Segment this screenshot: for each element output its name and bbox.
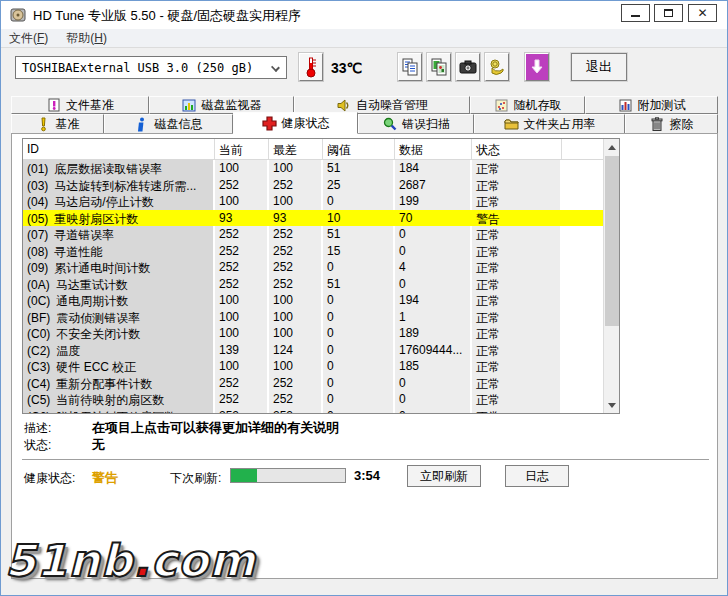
temperature-value: 33℃ [331,60,362,76]
screenshot-button[interactable] [456,53,480,81]
toolbar: TOSHIBAExternal USB 3.0 (250 gB) 33℃ [1,48,727,93]
tab-label: 附加测试 [638,97,686,114]
tab-erase[interactable]: 擦除 [625,114,718,134]
column-header-threshold[interactable]: 阈值 [323,139,395,159]
health-status-label: 健康状态: [24,470,75,487]
maximize-button[interactable] [654,4,683,22]
tab-row-upper: 文件基准 磁盘监视器 自动噪音管理 随机存取 附加测试 [11,96,718,114]
status-value: 无 [92,436,105,454]
tab-health[interactable]: 健康状态 [233,112,358,134]
health-status-value: 警告 [92,469,118,487]
tab-label: 磁盘监视器 [202,97,262,114]
refresh-now-label: 立即刷新 [420,468,468,485]
maximize-icon [664,9,673,17]
table-row[interactable]: (C4)重新分配事件计数 252 252 0 0 正常 [23,375,603,392]
extra-tests-icon [618,98,633,112]
tab-label: 自动噪音管理 [356,97,428,114]
tab-random-access[interactable]: 随机存取 [470,96,585,114]
table-row[interactable]: (0A)马达重试计数 252 252 51 0 正常 [23,276,603,293]
log-button[interactable]: 日志 [505,465,569,487]
column-header-worst[interactable]: 最差 [269,139,323,159]
log-label: 日志 [525,468,549,485]
close-button[interactable]: ✕ [688,4,717,22]
column-header-current[interactable]: 当前 [215,139,269,159]
column-header-data[interactable]: 数据 [395,139,472,159]
minimize-button[interactable] [621,4,650,22]
health-cross-icon [262,116,277,130]
table-row[interactable]: (C2)温度 139 124 0 17609444... 正常 [23,342,603,359]
download-arrow-icon [530,59,544,75]
scroll-up-button[interactable] [604,139,620,155]
scrollbar-thumb[interactable] [605,156,619,326]
exit-label: 退出 [586,58,612,76]
next-refresh-label: 下次刷新: [170,470,221,487]
tab-file-benchmark[interactable]: 文件基准 [11,96,149,114]
temperature-button[interactable] [299,53,323,81]
tab-label: 基准 [56,116,80,133]
table-row[interactable]: (C3)硬件 ECC 校正 100 100 0 185 正常 [23,358,603,375]
table-row[interactable]: (03)马达旋转到标准转速所需... 252 252 25 2687 正常 [23,177,603,194]
tab-label: 健康状态 [282,115,330,132]
table-row[interactable]: (0C)通电周期计数 100 100 0 194 正常 [23,292,603,309]
smart-table-rows: (01)底层数据读取错误率 100 100 51 184 正常 (03)马达旋转… [23,160,603,413]
title-bar: HD Tune 专业版 5.50 - 硬盘/固态硬盘实用程序 ✕ [1,1,727,29]
copy-image-button[interactable] [427,53,451,81]
table-row[interactable]: (C0)不安全关闭计数 100 100 0 189 正常 [23,325,603,342]
refresh-now-button[interactable]: 立即刷新 [407,465,481,487]
copy-text-button[interactable] [398,53,422,81]
tab-row-lower: 基准 磁盘信息 健康状态 错误扫描 文件夹占用率 擦除 [11,114,718,134]
table-row[interactable]: (09)累计通电时间计数 252 252 0 4 正常 [23,259,603,276]
table-row[interactable]: (04)马达启动/停止计数 100 100 0 199 正常 [23,193,603,210]
table-row[interactable]: (C6)脱机无法纠正的扇区数 252 252 0 0 正常 [23,408,603,414]
drive-selector[interactable]: TOSHIBAExternal USB 3.0 (250 gB) [15,56,287,79]
column-header-id[interactable]: ID [23,139,215,159]
chevron-down-icon [271,63,280,72]
minimize-icon [631,15,640,17]
tab-label: 文件夹占用率 [524,116,596,133]
tab-label: 随机存取 [514,97,562,114]
table-row[interactable]: (C5)当前待映射的扇区数 252 252 0 0 正常 [23,391,603,408]
column-header-status[interactable]: 状态 [472,139,562,159]
scroll-up-icon [608,145,616,150]
tab-benchmark[interactable]: 基准 [11,114,104,134]
copy-text-icon [402,58,419,76]
update-button[interactable] [525,53,549,81]
scroll-down-button[interactable] [604,397,620,413]
health-tab-page: ID 当前 最差 阈值 数据 状态 (01)底层数据读取错误率 100 100 … [11,133,718,579]
watermark-dot: . [133,535,151,586]
status-label: 状态: [24,437,51,454]
disk-monitor-icon [182,98,197,112]
vertical-scrollbar[interactable] [603,139,619,413]
tab-folder-usage[interactable]: 文件夹占用率 [474,114,625,134]
table-row[interactable]: (05)重映射扇区计数 93 93 10 70 警告 [23,210,603,227]
window-title: HD Tune 专业版 5.50 - 硬盘/固态硬盘实用程序 [33,7,301,25]
smart-table-inner: ID 当前 最差 阈值 数据 状态 (01)底层数据读取错误率 100 100 … [23,139,603,413]
file-benchmark-icon [46,98,61,112]
app-icon [10,7,26,23]
refresh-progress-fill [231,469,257,482]
table-row[interactable]: (BF)震动侦测错误率 100 100 0 1 正常 [23,309,603,326]
close-icon: ✕ [697,7,707,19]
tab-error-scan[interactable]: 错误扫描 [358,114,474,134]
table-row[interactable]: (07)寻道错误率 252 252 51 0 正常 [23,226,603,243]
hand-coin-icon [488,58,506,76]
app-window: HD Tune 专业版 5.50 - 硬盘/固态硬盘实用程序 ✕ 文件(F) 帮… [0,0,728,596]
trash-icon [650,117,665,131]
info-icon [135,117,150,131]
magnifier-icon [382,117,397,131]
donate-button[interactable] [485,53,509,81]
tab-disk-info[interactable]: 磁盘信息 [104,114,233,134]
smart-table-header: ID 当前 最差 阈值 数据 状态 [23,139,603,160]
tab-label: 磁盘信息 [155,116,203,133]
description-value: 在项目上点击可以获得更加详细的有关说明 [92,419,339,437]
tab-extra-tests[interactable]: 附加测试 [585,96,718,114]
description-label: 描述: [24,420,51,437]
menu-help[interactable]: 帮助(H) [66,30,107,47]
table-row[interactable]: (08)寻道性能 252 252 15 0 正常 [23,243,603,260]
table-row[interactable]: (01)底层数据读取错误率 100 100 51 184 正常 [23,160,603,177]
exit-button[interactable]: 退出 [571,53,627,81]
thermometer-icon [305,56,317,78]
menu-file[interactable]: 文件(F) [9,30,48,47]
folder-icon [504,117,519,131]
camera-icon [459,60,477,74]
